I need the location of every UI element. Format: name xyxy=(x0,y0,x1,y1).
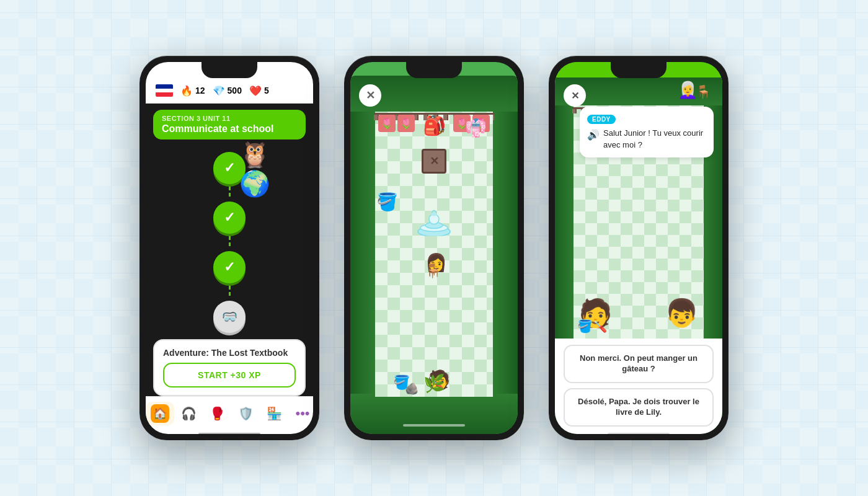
npc-bench-character: 👩‍🦳 xyxy=(678,81,698,100)
audio-nav-icon: 🎧 xyxy=(179,404,198,423)
flag-red xyxy=(156,92,173,97)
adventure-section: Adventure: The Lost Textbook START +30 X… xyxy=(153,339,306,396)
section-title: Communicate at school xyxy=(162,123,297,135)
phone-1-home-indicator xyxy=(198,433,260,435)
phone-2: ✕ 🌷 🌷 🌷 🌷 xyxy=(344,56,524,440)
flower-1: 🌷 xyxy=(378,115,396,132)
phone-1: 🔥 12 💎 500 ❤️ 5 SECTION 3 UNIT 11 Commun… xyxy=(140,56,319,440)
heart-icon: ❤️ xyxy=(249,85,262,97)
shield-nav-icon: 🛡️ xyxy=(236,404,255,423)
fountain xyxy=(415,202,453,238)
practice-nav-icon: 🥊 xyxy=(208,404,226,423)
phone-3: ✕ 👩‍🦳 🪑 EDDY 🔊 Salut Junior ! Tu veux co… xyxy=(549,56,728,440)
check-icon-2: ✓ xyxy=(224,210,235,226)
speaker-audio-icon[interactable]: 🔊 xyxy=(587,128,600,142)
check-icon-3: ✓ xyxy=(224,259,235,275)
map-node-2[interactable]: ✓ xyxy=(213,202,246,234)
gem-icon: 💎 xyxy=(213,85,225,97)
start-button[interactable]: START +30 XP xyxy=(163,363,296,388)
more-nav-icon: ••• xyxy=(293,404,312,423)
phone-2-screen: ✕ 🌷 🌷 🌷 🌷 xyxy=(350,62,518,434)
phone-1-notch xyxy=(202,62,257,78)
answer-option-2[interactable]: Désolé, Papa. Je dois trouver le livre d… xyxy=(564,388,714,427)
nav-audio[interactable]: 🎧 xyxy=(174,402,203,425)
phone-3-home-indicator xyxy=(608,433,670,435)
gems-stat: 💎 500 xyxy=(213,85,242,97)
flower-2: 🌷 xyxy=(397,115,415,132)
answer-area: Non merci. On peut manger un gâteau ? Dé… xyxy=(555,339,722,434)
streak-stat: 🔥 12 xyxy=(180,85,205,97)
game-crate: ✕ xyxy=(422,149,446,174)
machine-object: 🪣 xyxy=(376,192,398,212)
streak-value: 12 xyxy=(195,86,205,95)
park-bench: 🪑 xyxy=(425,263,441,279)
nav-home[interactable]: 🏠 xyxy=(146,402,174,425)
phone1-nav: 🏠 🎧 🥊 🛡️ 🏪 ••• xyxy=(146,396,313,434)
dialogue-shovel: 🪛 xyxy=(593,320,607,334)
hedge-bottom xyxy=(350,394,518,434)
map-node-3[interactable]: ✓ xyxy=(213,251,246,283)
speech-text: 🔊 Salut Junior ! Tu veux courir avec moi… xyxy=(587,128,706,151)
hearts-value: 5 xyxy=(264,86,269,95)
shop-nav-icon: 🏪 xyxy=(265,404,283,423)
main-character-2: 👦 xyxy=(665,297,699,329)
hedge-right xyxy=(493,112,518,397)
flag-white xyxy=(156,89,173,93)
map-node-4[interactable]: 🥽 xyxy=(213,301,246,333)
hedge-left xyxy=(350,112,375,397)
answer-2-text: Désolé, Papa. Je dois trouver le livre d… xyxy=(578,397,699,417)
fire-icon: 🔥 xyxy=(180,85,193,97)
game-elements: 🌷 🌷 🌷 🌷 🎒 👘 ✕ 🪣 xyxy=(375,112,493,397)
hearts-stat: ❤️ 5 xyxy=(249,85,269,97)
phone-3-screen: ✕ 👩‍🦳 🪑 EDDY 🔊 Salut Junior ! Tu veux co… xyxy=(555,62,722,434)
speech-bubble: EDDY 🔊 Salut Junior ! Tu veux courir ave… xyxy=(580,107,714,157)
dialogue-hedge-left xyxy=(555,105,574,339)
check-icon-1: ✓ xyxy=(224,160,235,176)
backpack-character: 🎒 xyxy=(423,115,446,136)
map-path: ✓ 🦉🌍 ✓ ✓ xyxy=(213,152,246,333)
section-banner[interactable]: SECTION 3 UNIT 11 Communicate at school xyxy=(153,110,306,140)
dialogue-bucket: 🪣 xyxy=(577,319,593,334)
phone-2-home-indicator xyxy=(403,424,465,427)
answer-option-1[interactable]: Non merci. On peut manger un gâteau ? xyxy=(564,345,714,383)
crate-x-icon: ✕ xyxy=(430,154,439,168)
home-nav-icon: 🏠 xyxy=(151,404,169,423)
phone2-close-button[interactable]: ✕ xyxy=(359,84,381,107)
rock: 🪨 xyxy=(405,382,418,396)
gems-value: 500 xyxy=(228,86,242,95)
path-line-3 xyxy=(229,286,231,298)
nav-practice[interactable]: 🥊 xyxy=(203,402,231,425)
phone-2-notch xyxy=(406,62,462,78)
goggles-icon: 🥽 xyxy=(222,309,237,324)
owl-mascot: 🦉🌍 xyxy=(239,149,280,189)
bench-top: 🪑 xyxy=(696,84,711,99)
flag-blue xyxy=(156,84,173,89)
phone-3-notch xyxy=(611,62,666,78)
section-label: SECTION 3 UNIT 11 xyxy=(162,115,297,122)
nav-shield[interactable]: 🛡️ xyxy=(231,402,260,425)
nav-shop[interactable]: 🏪 xyxy=(260,402,288,425)
answer-1-text: Non merci. On peut manger un gâteau ? xyxy=(580,353,698,373)
map-area: ✓ 🦉🌍 ✓ ✓ xyxy=(146,146,313,339)
phone-1-screen: 🔥 12 💎 500 ❤️ 5 SECTION 3 UNIT 11 Commun… xyxy=(146,62,313,434)
phones-container: 🔥 12 💎 500 ❤️ 5 SECTION 3 UNIT 11 Commun… xyxy=(140,56,728,440)
path-line-1 xyxy=(229,187,231,199)
phone3-close-button[interactable]: ✕ xyxy=(564,84,586,107)
adventure-title: Adventure: The Lost Textbook xyxy=(163,348,296,358)
bush: 🌿 xyxy=(423,373,445,394)
speaker-badge: EDDY xyxy=(587,115,616,124)
path-line-2 xyxy=(229,236,231,249)
speech-content: Salut Junior ! Tu veux courir avec moi ? xyxy=(603,128,706,151)
flower-bed-left: 🌷 🌷 xyxy=(378,115,415,132)
pink-character: 👘 xyxy=(465,118,487,138)
dialogue-game-area: ✕ 👩‍🦳 🪑 EDDY 🔊 Salut Junior ! Tu veux co… xyxy=(555,62,722,339)
french-flag xyxy=(156,84,173,97)
nav-more[interactable]: ••• xyxy=(288,402,313,425)
